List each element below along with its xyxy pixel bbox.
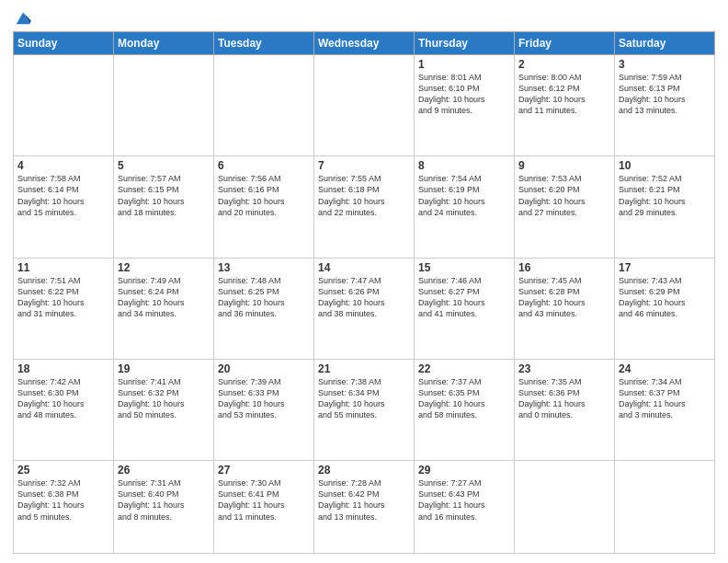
- day-number: 13: [218, 261, 310, 274]
- day-number: 11: [17, 261, 109, 274]
- calendar-day-header: Thursday: [415, 32, 515, 55]
- day-info: Sunrise: 7:53 AM Sunset: 6:20 PM Dayligh…: [518, 173, 610, 218]
- day-number: 29: [418, 464, 510, 477]
- calendar-day-cell: 7Sunrise: 7:55 AM Sunset: 6:18 PM Daylig…: [314, 156, 415, 258]
- calendar-day-cell: [314, 55, 415, 156]
- calendar-day-cell: 4Sunrise: 7:58 AM Sunset: 6:14 PM Daylig…: [14, 156, 114, 258]
- day-number: 28: [318, 464, 410, 477]
- calendar-day-cell: 15Sunrise: 7:46 AM Sunset: 6:27 PM Dayli…: [415, 258, 515, 359]
- day-number: 12: [118, 261, 210, 274]
- day-number: 17: [619, 261, 711, 274]
- day-number: 2: [518, 58, 610, 71]
- calendar-week-row: 11Sunrise: 7:51 AM Sunset: 6:22 PM Dayli…: [14, 258, 715, 359]
- calendar-header-row: SundayMondayTuesdayWednesdayThursdayFrid…: [14, 32, 715, 55]
- day-info: Sunrise: 7:28 AM Sunset: 6:42 PM Dayligh…: [318, 477, 410, 523]
- day-info: Sunrise: 7:56 AM Sunset: 6:16 PM Dayligh…: [218, 173, 310, 218]
- day-number: 15: [418, 261, 510, 274]
- calendar-day-cell: 16Sunrise: 7:45 AM Sunset: 6:28 PM Dayli…: [515, 258, 615, 359]
- calendar-day-cell: 13Sunrise: 7:48 AM Sunset: 6:25 PM Dayli…: [214, 258, 314, 359]
- day-number: 16: [518, 261, 610, 274]
- calendar-day-cell: 6Sunrise: 7:56 AM Sunset: 6:16 PM Daylig…: [214, 156, 314, 258]
- calendar-day-cell: 25Sunrise: 7:32 AM Sunset: 6:38 PM Dayli…: [14, 461, 114, 554]
- day-info: Sunrise: 7:39 AM Sunset: 6:33 PM Dayligh…: [218, 376, 310, 421]
- calendar-day-header: Saturday: [615, 32, 715, 55]
- calendar-day-cell: 9Sunrise: 7:53 AM Sunset: 6:20 PM Daylig…: [515, 156, 615, 258]
- day-info: Sunrise: 7:35 AM Sunset: 6:36 PM Dayligh…: [518, 376, 610, 421]
- day-number: 19: [118, 362, 210, 375]
- calendar-day-cell: 18Sunrise: 7:42 AM Sunset: 6:30 PM Dayli…: [14, 359, 114, 460]
- calendar-day-cell: 10Sunrise: 7:52 AM Sunset: 6:21 PM Dayli…: [615, 156, 715, 258]
- day-number: 23: [518, 362, 610, 375]
- day-info: Sunrise: 7:59 AM Sunset: 6:13 PM Dayligh…: [619, 72, 711, 117]
- calendar-week-row: 25Sunrise: 7:32 AM Sunset: 6:38 PM Dayli…: [14, 461, 715, 554]
- day-number: 3: [619, 58, 711, 71]
- day-number: 5: [118, 159, 210, 172]
- calendar-day-cell: 23Sunrise: 7:35 AM Sunset: 6:36 PM Dayli…: [515, 359, 615, 460]
- day-number: 21: [318, 362, 410, 375]
- calendar-day-cell: 12Sunrise: 7:49 AM Sunset: 6:24 PM Dayli…: [114, 258, 214, 359]
- day-number: 4: [17, 159, 109, 172]
- day-number: 22: [418, 362, 510, 375]
- calendar-day-header: Friday: [515, 32, 615, 55]
- calendar-day-header: Monday: [114, 32, 214, 55]
- logo-icon: [15, 9, 31, 26]
- day-info: Sunrise: 7:32 AM Sunset: 6:38 PM Dayligh…: [17, 477, 109, 523]
- day-number: 24: [619, 362, 711, 375]
- calendar-day-cell: [615, 461, 715, 554]
- day-info: Sunrise: 7:37 AM Sunset: 6:35 PM Dayligh…: [418, 376, 510, 421]
- day-number: 20: [218, 362, 310, 375]
- day-number: 8: [418, 159, 510, 172]
- day-number: 18: [17, 362, 109, 375]
- calendar-week-row: 18Sunrise: 7:42 AM Sunset: 6:30 PM Dayli…: [14, 359, 715, 460]
- day-info: Sunrise: 7:55 AM Sunset: 6:18 PM Dayligh…: [318, 173, 410, 218]
- day-info: Sunrise: 7:42 AM Sunset: 6:30 PM Dayligh…: [17, 376, 109, 421]
- day-info: Sunrise: 7:31 AM Sunset: 6:40 PM Dayligh…: [118, 477, 210, 523]
- day-number: 14: [318, 261, 410, 274]
- day-info: Sunrise: 7:58 AM Sunset: 6:14 PM Dayligh…: [17, 173, 109, 218]
- calendar-day-cell: 5Sunrise: 7:57 AM Sunset: 6:15 PM Daylig…: [114, 156, 214, 258]
- day-info: Sunrise: 7:54 AM Sunset: 6:19 PM Dayligh…: [418, 173, 510, 218]
- day-info: Sunrise: 7:52 AM Sunset: 6:21 PM Dayligh…: [619, 173, 711, 218]
- calendar-day-cell: [114, 55, 214, 156]
- day-number: 6: [218, 159, 310, 172]
- calendar-day-cell: 8Sunrise: 7:54 AM Sunset: 6:19 PM Daylig…: [415, 156, 515, 258]
- calendar-week-row: 4Sunrise: 7:58 AM Sunset: 6:14 PM Daylig…: [14, 156, 715, 258]
- day-info: Sunrise: 7:34 AM Sunset: 6:37 PM Dayligh…: [619, 376, 711, 421]
- day-info: Sunrise: 7:38 AM Sunset: 6:34 PM Dayligh…: [318, 376, 410, 421]
- calendar-day-header: Sunday: [14, 32, 114, 55]
- calendar-day-cell: 27Sunrise: 7:30 AM Sunset: 6:41 PM Dayli…: [214, 461, 314, 554]
- calendar-day-cell: 3Sunrise: 7:59 AM Sunset: 6:13 PM Daylig…: [615, 55, 715, 156]
- calendar-day-cell: 22Sunrise: 7:37 AM Sunset: 6:35 PM Dayli…: [415, 359, 515, 460]
- day-info: Sunrise: 7:43 AM Sunset: 6:29 PM Dayligh…: [619, 275, 711, 320]
- calendar-day-cell: 2Sunrise: 8:00 AM Sunset: 6:12 PM Daylig…: [515, 55, 615, 156]
- calendar-table: SundayMondayTuesdayWednesdayThursdayFrid…: [13, 31, 715, 554]
- calendar-day-cell: 1Sunrise: 8:01 AM Sunset: 6:10 PM Daylig…: [415, 55, 515, 156]
- day-info: Sunrise: 7:46 AM Sunset: 6:27 PM Dayligh…: [418, 275, 510, 320]
- day-number: 10: [619, 159, 711, 172]
- calendar-day-header: Wednesday: [314, 32, 415, 55]
- calendar-day-cell: [515, 461, 615, 554]
- day-info: Sunrise: 7:49 AM Sunset: 6:24 PM Dayligh…: [118, 275, 210, 320]
- calendar-day-cell: 21Sunrise: 7:38 AM Sunset: 6:34 PM Dayli…: [314, 359, 415, 460]
- logo: [13, 9, 31, 26]
- calendar-week-row: 1Sunrise: 8:01 AM Sunset: 6:10 PM Daylig…: [14, 55, 715, 156]
- day-info: Sunrise: 7:47 AM Sunset: 6:26 PM Dayligh…: [318, 275, 410, 320]
- day-info: Sunrise: 7:45 AM Sunset: 6:28 PM Dayligh…: [518, 275, 610, 320]
- day-info: Sunrise: 7:57 AM Sunset: 6:15 PM Dayligh…: [118, 173, 210, 218]
- header: [13, 9, 715, 26]
- day-number: 9: [518, 159, 610, 172]
- calendar-day-cell: 19Sunrise: 7:41 AM Sunset: 6:32 PM Dayli…: [114, 359, 214, 460]
- day-number: 1: [418, 58, 510, 71]
- calendar-day-cell: 14Sunrise: 7:47 AM Sunset: 6:26 PM Dayli…: [314, 258, 415, 359]
- calendar-day-header: Tuesday: [214, 32, 314, 55]
- calendar-day-cell: 17Sunrise: 7:43 AM Sunset: 6:29 PM Dayli…: [615, 258, 715, 359]
- day-number: 26: [118, 464, 210, 477]
- calendar-day-cell: 29Sunrise: 7:27 AM Sunset: 6:43 PM Dayli…: [415, 461, 515, 554]
- day-info: Sunrise: 8:01 AM Sunset: 6:10 PM Dayligh…: [418, 72, 510, 117]
- day-info: Sunrise: 7:41 AM Sunset: 6:32 PM Dayligh…: [118, 376, 210, 421]
- calendar-day-cell: 28Sunrise: 7:28 AM Sunset: 6:42 PM Dayli…: [314, 461, 415, 554]
- day-info: Sunrise: 7:51 AM Sunset: 6:22 PM Dayligh…: [17, 275, 109, 320]
- day-number: 27: [218, 464, 310, 477]
- calendar-day-cell: 26Sunrise: 7:31 AM Sunset: 6:40 PM Dayli…: [114, 461, 214, 554]
- calendar-day-cell: [14, 55, 114, 156]
